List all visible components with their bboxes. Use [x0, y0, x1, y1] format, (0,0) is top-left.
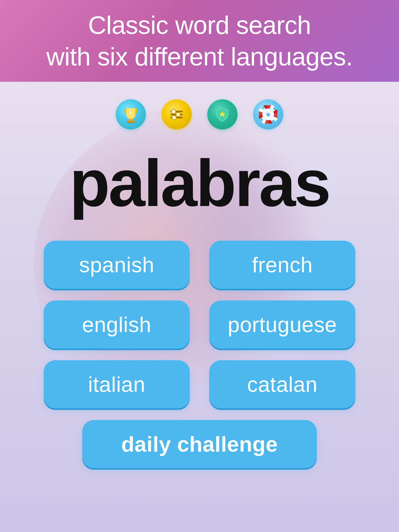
shield-icon[interactable]	[207, 99, 238, 129]
french-button[interactable]: french	[209, 241, 355, 289]
lifering-icon[interactable]	[253, 99, 283, 129]
english-button[interactable]: english	[44, 300, 190, 348]
header-line1: Classic word search	[88, 11, 311, 39]
header-line2: with six different languages.	[46, 43, 353, 71]
daily-challenge-button[interactable]: daily challenge	[82, 420, 317, 468]
trophy-icon[interactable]	[116, 99, 146, 129]
header-text: Classic word search with six different l…	[46, 9, 353, 73]
svg-point-9	[172, 115, 176, 120]
italian-button[interactable]: italian	[44, 360, 190, 408]
svg-point-8	[176, 112, 180, 117]
svg-point-20	[263, 114, 265, 117]
language-grid: spanish french english portuguese italia…	[44, 241, 355, 408]
header-section: Classic word search with six different l…	[0, 0, 399, 82]
spanish-button[interactable]: spanish	[44, 241, 190, 289]
svg-rect-2	[127, 121, 135, 123]
app-title: palabras	[70, 145, 330, 221]
svg-point-17	[266, 108, 268, 111]
svg-point-19	[268, 118, 271, 120]
svg-point-18	[271, 112, 274, 114]
catalan-button[interactable]: catalan	[209, 360, 355, 408]
daily-challenge-row: daily challenge	[82, 420, 317, 468]
svg-point-7	[171, 109, 176, 114]
main-content: palabras spanish french english portugue…	[0, 82, 399, 532]
svg-point-3	[129, 112, 132, 114]
portuguese-button[interactable]: portuguese	[209, 300, 355, 348]
icons-row	[116, 99, 283, 129]
settings-icon[interactable]	[161, 99, 192, 129]
